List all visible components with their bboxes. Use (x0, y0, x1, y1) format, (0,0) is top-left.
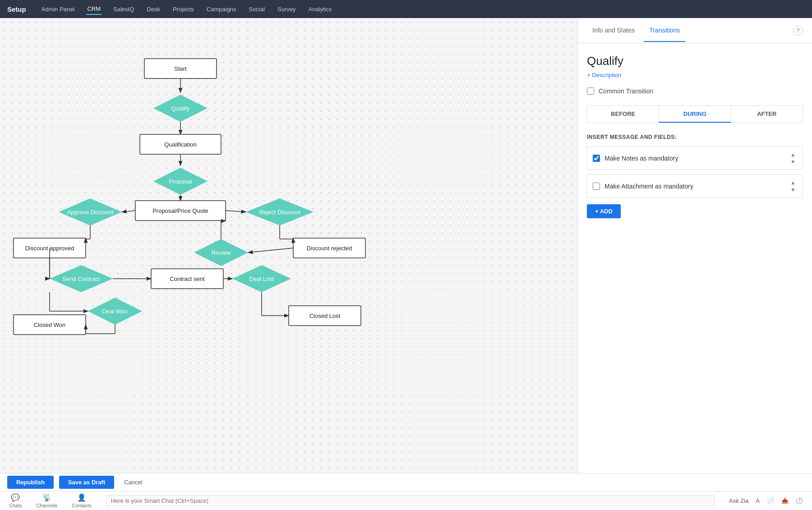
footer-icon-aa: A (756, 497, 760, 504)
brand-logo: Setup (7, 5, 26, 13)
node-approve-discount: Approve Discount (67, 209, 114, 216)
node-closed-won: Closed Won (34, 322, 66, 328)
footer-contacts[interactable]: 👤 Contacts (72, 493, 91, 508)
transition-title: Qualify (587, 54, 803, 68)
nav-admin-panel[interactable]: Admin Panel (41, 4, 76, 14)
field-row-attachment: Make Attachment as mandatory ▲ ▼ (587, 175, 803, 198)
footer: 💬 Chats 📡 Channels 👤 Contacts Ask Zia A … (0, 491, 812, 510)
ask-zia-label: Ask Zia (729, 497, 748, 504)
field-row-notes: Make Notes as mandatory ▲ ▼ (587, 147, 803, 170)
nav-crm[interactable]: CRM (86, 4, 102, 15)
notes-checkbox[interactable] (593, 155, 600, 162)
insert-label: INSERT MESSAGE AND FIELDS: (587, 134, 803, 140)
node-discount-rejected: Discount rejected (307, 245, 352, 252)
help-icon[interactable]: ? (793, 26, 803, 36)
tab-transitions[interactable]: Transitions (644, 19, 685, 42)
node-reject-discount: Reject Discount (259, 209, 300, 216)
footer-chats[interactable]: 💬 Chats (9, 493, 22, 508)
node-review: Review (212, 249, 231, 256)
channels-icon: 📡 (42, 493, 51, 502)
nav-campaigns[interactable]: Campaigns (206, 4, 237, 14)
notes-down-arrow[interactable]: ▼ (789, 159, 797, 165)
nav-survey[interactable]: Survey (277, 4, 296, 14)
tab-info-states[interactable]: Info and States (587, 19, 640, 42)
footer-channels[interactable]: 📡 Channels (37, 493, 57, 508)
bottom-bar: Republish Save as Draft Cancel (0, 473, 812, 491)
footer-icon-3[interactable]: 📤 (781, 497, 789, 504)
node-closed-lost: Closed Lost (309, 312, 341, 319)
save-draft-button[interactable]: Save as Draft (59, 476, 114, 489)
chats-label: Chats (9, 503, 22, 508)
node-deal-won: Deal Won (102, 308, 128, 315)
footer-icon-4[interactable]: 🕐 (796, 497, 803, 504)
flow-canvas[interactable]: Start Qualify Qualification Proposal Pro… (0, 18, 577, 473)
footer-right: Ask Zia A 📄 📤 🕐 (729, 497, 803, 504)
notes-label: Make Notes as mandatory (604, 155, 784, 162)
node-contract-sent: Contract sent (170, 276, 205, 282)
node-start: Start (174, 65, 187, 72)
svg-line-13 (226, 211, 246, 212)
attachment-arrows: ▲ ▼ (789, 179, 797, 193)
tab-during[interactable]: DURING (659, 106, 731, 123)
attachment-checkbox[interactable] (593, 183, 600, 190)
ask-zia-button[interactable]: Ask Zia (729, 497, 748, 504)
footer-icon-2[interactable]: 📄 (767, 497, 774, 504)
cancel-button[interactable]: Cancel (120, 476, 147, 489)
section-tab-bar: BEFORE DURING AFTER (587, 106, 803, 123)
node-qualify: Qualify (171, 105, 190, 112)
nav-analytics[interactable]: Analytics (308, 4, 333, 14)
panel-tab-bar: Info and States Transitions ? (578, 18, 812, 43)
nav-social[interactable]: Social (248, 4, 266, 14)
panel-body: Qualify + Description Common Transition … (578, 43, 812, 473)
common-transition-label: Common Transition (599, 87, 653, 95)
nav-projects[interactable]: Projects (172, 4, 195, 14)
attachment-down-arrow[interactable]: ▼ (789, 187, 797, 193)
nav-salesiq[interactable]: SalesIQ (112, 4, 135, 14)
smart-chat-input[interactable] (106, 495, 715, 506)
svg-line-11 (122, 211, 135, 212)
node-send-contract: Send Contract (62, 276, 100, 282)
common-transition-row: Common Transition (587, 87, 803, 95)
attachment-label: Make Attachment as mandatory (604, 183, 784, 190)
node-deal-lost: Deal Lost (249, 276, 274, 282)
tab-after[interactable]: AFTER (731, 106, 803, 123)
republish-button[interactable]: Republish (7, 476, 54, 489)
main-layout: Start Qualify Qualification Proposal Pro… (0, 18, 812, 473)
footer-icon-clock: 🕐 (796, 497, 803, 504)
chats-icon: 💬 (11, 493, 20, 502)
flow-diagram: Start Qualify Qualification Proposal Pro… (0, 18, 577, 473)
footer-icon-upload: 📤 (781, 497, 789, 504)
add-button[interactable]: + ADD (587, 204, 621, 218)
node-qualification: Qualification (164, 141, 197, 148)
right-panel: Info and States Transitions ? Qualify + … (577, 18, 812, 473)
top-navigation: Setup Admin Panel CRM SalesIQ Desk Proje… (0, 0, 812, 18)
common-transition-checkbox[interactable] (587, 87, 594, 95)
svg-line-23 (248, 248, 293, 253)
footer-icon-doc: 📄 (767, 497, 774, 504)
notes-up-arrow[interactable]: ▲ (789, 152, 797, 158)
tab-before[interactable]: BEFORE (587, 106, 659, 123)
description-link[interactable]: + Description (587, 72, 803, 78)
node-proposal: Proposal (169, 178, 192, 185)
attachment-up-arrow[interactable]: ▲ (789, 179, 797, 186)
notes-arrows: ▲ ▼ (789, 152, 797, 165)
channels-label: Channels (37, 503, 57, 508)
nav-desk[interactable]: Desk (146, 4, 161, 14)
contacts-label: Contacts (72, 503, 91, 508)
contacts-icon: 👤 (77, 493, 86, 502)
footer-icon-1[interactable]: A (756, 497, 760, 504)
node-proposal-price-quote: Proposal/Price Quote (152, 207, 208, 214)
